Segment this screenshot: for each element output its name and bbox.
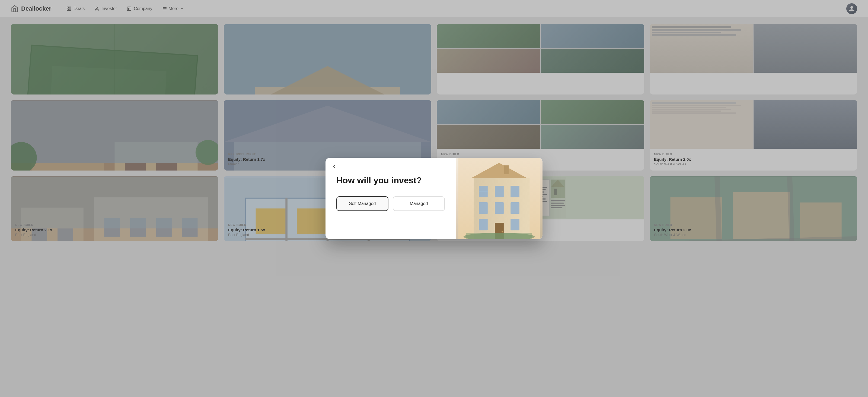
building-illustration <box>456 158 542 239</box>
svg-rect-100 <box>495 186 504 197</box>
modal-title: How will you invest? <box>336 175 445 186</box>
svg-rect-99 <box>479 219 488 230</box>
managed-button[interactable]: Managed <box>393 196 445 211</box>
self-managed-button[interactable]: Self Managed <box>336 196 389 211</box>
modal-back-button[interactable] <box>330 162 339 171</box>
svg-rect-96 <box>504 165 509 174</box>
svg-rect-101 <box>495 202 504 214</box>
invest-modal: How will you invest? Self Managed Manage… <box>326 158 542 239</box>
svg-rect-98 <box>479 202 488 214</box>
back-arrow-icon <box>332 164 337 169</box>
svg-point-106 <box>501 231 503 232</box>
modal-options: Self Managed Managed <box>336 196 445 211</box>
svg-rect-103 <box>510 202 520 214</box>
svg-rect-104 <box>510 219 520 230</box>
svg-rect-102 <box>510 186 520 197</box>
modal-left: How will you invest? Self Managed Manage… <box>326 158 456 239</box>
modal-inner: How will you invest? Self Managed Manage… <box>326 158 542 239</box>
modal-right-panel <box>456 158 542 239</box>
svg-rect-108 <box>466 233 532 239</box>
